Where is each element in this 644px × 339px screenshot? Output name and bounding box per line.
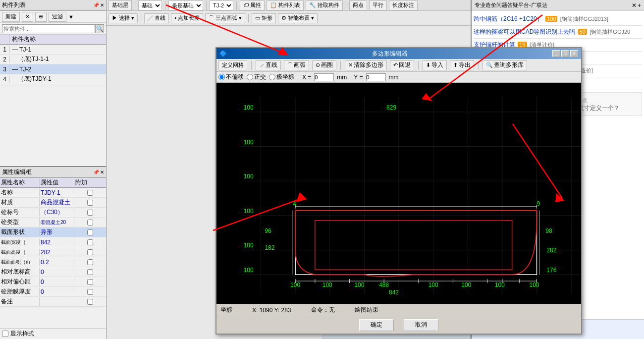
dialog-window-controls: _ □ ✕ xyxy=(552,50,578,57)
dialog-title: 多边形编辑器 xyxy=(372,50,408,58)
svg-text:100: 100 xyxy=(244,139,254,146)
draw-fill-btn[interactable]: ⊙ 画圈 xyxy=(312,60,336,70)
prop-height[interactable]: 截面高度（ 282 xyxy=(0,247,106,257)
point-length-btn[interactable]: • 点加长度 xyxy=(171,13,203,23)
import-btn[interactable]: ⬇ 导入 xyxy=(423,60,447,70)
mm-label2: mm xyxy=(389,74,399,81)
search-bar: 🔍 xyxy=(0,23,106,35)
qa-link-2[interactable]: 这样的箍梁可以用CAD导图识别上去吗 xyxy=(474,28,575,35)
delete-button[interactable]: ✕ xyxy=(22,12,33,22)
y-input[interactable] xyxy=(366,73,386,81)
dialog-close-button[interactable]: ✕ xyxy=(570,50,578,57)
svg-text:100: 100 xyxy=(244,208,254,215)
svg-text:282: 282 xyxy=(546,247,556,254)
rp-title: 专业造价问题答疑平台-广联达 xyxy=(475,1,547,9)
maximize-button[interactable]: □ xyxy=(561,50,569,57)
col-name-header: 构件名称 xyxy=(10,35,106,44)
polygon-dialog: 🔷 多边形编辑器 _ □ ✕ 定义网格 ⟋ 直线 ⌒ 画弧 ⊙ 画圈 ✕ 清除多… xyxy=(215,47,582,335)
prop-rel-height[interactable]: 相对底标高 0 xyxy=(0,267,106,277)
mm-label1: mm xyxy=(337,74,347,81)
qa-link-1[interactable]: 跨中钢筋（2C16 +1C20） xyxy=(474,15,543,22)
filter-button[interactable]: 过滤 xyxy=(49,12,66,22)
comp-row-4[interactable]: 4 （底)TJDY-1 xyxy=(0,74,106,84)
close-icon2[interactable]: ✕ xyxy=(100,170,104,175)
minimize-button[interactable]: _ xyxy=(552,50,560,57)
prop-grade[interactable]: 砼标号 （C30） xyxy=(0,208,106,218)
attr-btn[interactable]: 🏷 属性 xyxy=(240,0,265,10)
pick-comp-btn[interactable]: 🔧 拾取构件 xyxy=(306,0,343,10)
length-mark-btn[interactable]: 长度标注 xyxy=(389,0,418,10)
straight-line-btn[interactable]: ╱ 直线 xyxy=(144,13,169,23)
svg-text:842: 842 xyxy=(389,289,399,296)
two-point-btn[interactable]: 两点 xyxy=(349,0,367,10)
svg-text:100: 100 xyxy=(244,173,254,180)
props-list: 名称 TJDY-1 材质 商品混凝土 砼标号 （C30） 砼类型 ⑥混凝土20 … xyxy=(0,188,106,328)
pin-icon: 📌 xyxy=(93,2,99,8)
new-button[interactable]: 新建 xyxy=(2,12,20,22)
x-input[interactable] xyxy=(314,73,334,81)
canvas-svg: 100 100 100 100 100 100 829 4 9 xyxy=(216,83,581,304)
svg-text:100: 100 xyxy=(322,282,332,288)
no-offset-radio[interactable]: 不偏移 xyxy=(218,73,244,81)
show-style-checkbox[interactable] xyxy=(2,331,8,337)
three-point-arc-btn[interactable]: ⌒ 三点画弧 ▾ xyxy=(205,13,245,23)
comp-row-3[interactable]: 3 — TJ-2 xyxy=(0,64,106,74)
prop-width[interactable]: 截面宽度（ 842 xyxy=(0,237,106,247)
prop-shape[interactable]: 截面形状 异形 xyxy=(0,227,106,237)
query-lib-btn[interactable]: 🔍 查询多形库 xyxy=(483,60,527,70)
cancel-button[interactable]: 取消 xyxy=(404,319,438,331)
prop-name[interactable]: 名称 TJDY-1 xyxy=(0,188,106,198)
svg-text:100: 100 xyxy=(244,104,254,111)
comp-list-btn[interactable]: 📋 构件列表 xyxy=(267,0,304,10)
parallel-btn[interactable]: 平行 xyxy=(369,0,387,10)
undo-btn[interactable]: ↶ 回退 xyxy=(390,60,414,70)
props-titlebar: 属性编辑框 📌 ✕ xyxy=(0,167,106,178)
comp-row-1[interactable]: 1 — TJ-1 xyxy=(0,45,106,55)
comp-select[interactable]: TJ-2 xyxy=(210,0,233,10)
svg-text:9: 9 xyxy=(537,200,540,207)
dialog-icon: 🔷 xyxy=(219,50,227,57)
polar-radio[interactable]: 极坐标 xyxy=(269,73,294,81)
rp-header: 专业造价问题答疑平台-广联达 ✕ + xyxy=(472,0,644,11)
base-layer-btn[interactable]: 基础层 xyxy=(108,0,132,10)
prop-eccentricity[interactable]: 相对偏心距 0 xyxy=(0,277,106,287)
show-style-label: 显示样式 xyxy=(10,330,34,338)
prop-remark[interactable]: 备注 xyxy=(0,297,106,307)
search-button[interactable]: 🔍 xyxy=(95,24,104,33)
qa-item-2: 这样的箍梁可以用CAD导图识别上去吗 50 [钢筋抽样GGJ20 xyxy=(474,26,642,39)
comp-row-2[interactable]: 2 （底)TJ-1-1 xyxy=(0,55,106,64)
qa-badge-1: 100 xyxy=(545,16,557,22)
draw-end-label: 绘图结束 xyxy=(355,306,378,314)
prop-cushion[interactable]: 砼胎膜厚度 0 xyxy=(0,287,106,297)
svg-text:182: 182 xyxy=(265,244,274,251)
orthogonal-radio[interactable]: 正交 xyxy=(247,73,266,81)
draw-arc-btn[interactable]: ⌒ 画弧 xyxy=(284,60,309,70)
layer-select[interactable]: 基础 xyxy=(138,0,162,10)
svg-text:100: 100 xyxy=(244,242,254,249)
prop-type[interactable]: 砼类型 ⑥混凝土20 xyxy=(0,218,106,227)
search-input[interactable] xyxy=(2,24,95,33)
prop-material[interactable]: 材质 商品混凝土 xyxy=(0,198,106,208)
properties-panel: 属性编辑框 📌 ✕ 属性名称 属性值 附加 名称 TJDY-1 材质 商品混凝土… xyxy=(0,166,107,339)
svg-text:100: 100 xyxy=(429,282,438,288)
component-type-select[interactable]: 条形基础 xyxy=(168,0,203,10)
svg-text:100: 100 xyxy=(244,267,254,274)
define-grid-btn[interactable]: 定义网格 xyxy=(218,60,247,70)
copy-button[interactable]: ⊕ xyxy=(35,12,47,22)
tab-close-icon[interactable]: ✕ xyxy=(632,2,637,9)
prop-area[interactable]: 截面面积（m 0.2 xyxy=(0,257,106,267)
close-icon[interactable]: ✕ xyxy=(100,2,104,8)
coord-value: X: 1090 Y: 283 xyxy=(252,307,291,314)
canvas-area[interactable]: 100 100 100 100 100 100 829 4 9 xyxy=(216,83,581,304)
smart-layout-btn[interactable]: ⚙ 智能布置 ▾ xyxy=(278,13,318,23)
select-btn[interactable]: ▶ 选择 ▾ xyxy=(108,13,138,23)
rect-btn[interactable]: ▭ 矩形 xyxy=(252,13,276,23)
draw-straight-btn[interactable]: ⟋ 直线 xyxy=(256,60,281,70)
export-btn[interactable]: ⬆ 导出 xyxy=(450,60,474,70)
confirm-button[interactable]: 确定 xyxy=(359,319,394,331)
add-tab-icon[interactable]: + xyxy=(638,2,641,9)
clear-polygon-btn[interactable]: ✕ 清除多边形 xyxy=(345,60,387,70)
props-controls: 📌 ✕ xyxy=(93,170,104,175)
svg-text:829: 829 xyxy=(386,104,396,111)
props-header: 属性名称 属性值 附加 xyxy=(0,178,106,188)
